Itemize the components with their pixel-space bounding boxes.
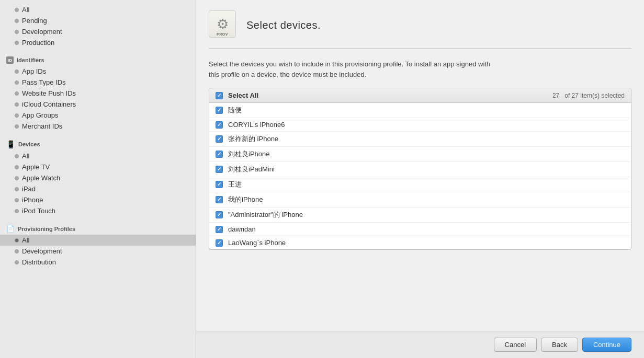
device-name: 随便 <box>228 106 242 115</box>
sidebar-item-iphone[interactable]: iPhone <box>0 194 196 205</box>
device-checkbox[interactable]: ✓ <box>216 121 223 129</box>
device-checkbox[interactable]: ✓ <box>216 166 223 173</box>
select-all-label: Select All <box>228 91 547 99</box>
table-row[interactable]: ✓ 刘桂良iPhone <box>209 147 631 162</box>
sidebar-item-pass-type-ids[interactable]: Pass Type IDs <box>0 77 196 88</box>
device-name: 刘桂良iPadMini <box>228 165 275 174</box>
bullet-icon <box>15 198 19 202</box>
device-checkbox[interactable]: ✓ <box>216 226 223 233</box>
device-name: 王进 <box>228 180 242 189</box>
sidebar-item-all-profiles[interactable]: All <box>0 235 196 246</box>
sidebar-item-all-devices[interactable]: All <box>0 151 196 161</box>
sidebar-item-development-profiles[interactable]: Development <box>0 246 196 257</box>
sidebar-item-app-ids[interactable]: App IDs <box>0 66 196 77</box>
sidebar-item-ipod-touch[interactable]: iPod Touch <box>0 205 196 216</box>
sidebar-item-production[interactable]: Production <box>0 37 196 48</box>
bullet-icon <box>15 113 19 118</box>
device-checkbox[interactable]: ✓ <box>216 151 223 158</box>
description-line2: this profile on a device, the device mus… <box>209 71 366 78</box>
check-icon: ✓ <box>217 240 221 246</box>
select-all-checkbox[interactable]: ✓ <box>216 92 223 99</box>
sidebar-item-label: Development <box>22 247 62 255</box>
main-content: ⚙ PROV Select devices. Select the device… <box>196 0 644 358</box>
check-icon: ✓ <box>217 197 221 202</box>
sidebar-item-label: iPhone <box>22 196 43 204</box>
bullet-icon <box>15 187 19 191</box>
device-checkbox[interactable]: ✓ <box>216 181 223 188</box>
device-checkbox[interactable]: ✓ <box>216 135 223 143</box>
bullet-icon <box>15 165 19 169</box>
device-name: 我的iPhone <box>228 195 263 204</box>
selected-count: 27 <box>552 92 559 99</box>
sidebar-item-ipad[interactable]: iPad <box>0 183 196 194</box>
sidebar-item-label: App Groups <box>22 111 58 119</box>
sidebar-item-label: Distribution <box>22 258 56 266</box>
bullet-icon <box>15 154 19 158</box>
check-icon: ✓ <box>217 108 221 113</box>
sidebar-item-apple-watch[interactable]: Apple Watch <box>0 172 196 183</box>
table-row[interactable]: ✓ CORYIL's iPhone6 <box>209 118 631 132</box>
id-section-icon: ID <box>6 56 14 64</box>
check-icon: ✓ <box>217 227 221 232</box>
device-name: LaoWang`s iPhone <box>228 239 286 247</box>
sidebar-item-label: All <box>22 6 29 14</box>
table-row[interactable]: ✓ 刘桂良iPadMini <box>209 162 631 177</box>
identifiers-label: Identifiers <box>17 57 44 63</box>
sidebar-item-label: All <box>22 152 29 160</box>
sidebar-item-label: All <box>22 236 29 244</box>
devices-label: Devices <box>18 141 40 147</box>
bullet-icon <box>15 238 19 242</box>
check-icon: ✓ <box>217 93 221 98</box>
check-icon: ✓ <box>217 152 221 157</box>
sidebar-item-all-certs[interactable]: All <box>0 4 196 15</box>
check-icon: ✓ <box>217 212 221 217</box>
table-row[interactable]: ✓ 张祚新的 iPhone <box>209 132 631 147</box>
check-icon: ✓ <box>217 136 221 142</box>
bullet-icon <box>15 41 19 45</box>
table-row[interactable]: ✓ "Administrator"的 iPhone <box>209 207 631 223</box>
sidebar-item-label: Apple TV <box>22 163 50 171</box>
table-row[interactable]: ✓ dawndan <box>209 223 631 236</box>
device-table: ✓ Select All 27 of 27 item(s) selected ✓… <box>209 88 631 250</box>
sidebar-item-distribution-profiles[interactable]: Distribution <box>0 257 196 268</box>
cancel-button[interactable]: Cancel <box>494 338 537 352</box>
sidebar-item-website-push-ids[interactable]: Website Push IDs <box>0 88 196 99</box>
device-section-icon: 📱 <box>6 140 15 148</box>
sidebar-item-label: Merchant IDs <box>22 122 62 130</box>
sidebar-item-development-certs[interactable]: Development <box>0 26 196 37</box>
table-row[interactable]: ✓ LaoWang`s iPhone <box>209 236 631 249</box>
page-title: Select devices. <box>246 19 321 31</box>
table-header-row: ✓ Select All 27 of 27 item(s) selected <box>209 88 631 103</box>
table-row[interactable]: ✓ 王进 <box>209 177 631 192</box>
sidebar-item-apple-tv[interactable]: Apple TV <box>0 161 196 172</box>
continue-button[interactable]: Continue <box>582 338 631 352</box>
identifiers-section-header: ID Identifiers <box>0 52 196 66</box>
device-name: 张祚新的 iPhone <box>228 134 278 144</box>
sidebar-item-label: Development <box>22 28 62 36</box>
sidebar-item-label: Production <box>22 39 54 47</box>
sidebar-item-app-groups[interactable]: App Groups <box>0 110 196 121</box>
back-button[interactable]: Back <box>541 338 578 352</box>
device-checkbox[interactable]: ✓ <box>216 196 223 203</box>
sidebar-item-icloud-containers[interactable]: iCloud Containers <box>0 99 196 110</box>
bullet-icon <box>15 124 19 129</box>
device-checkbox[interactable]: ✓ <box>216 211 223 218</box>
table-row[interactable]: ✓ 我的iPhone <box>209 192 631 207</box>
device-name: CORYIL's iPhone6 <box>228 121 285 129</box>
sidebar: All Pending Development Production ID Id… <box>0 0 196 358</box>
profiles-section-header: 📄 Provisioning Profiles <box>0 221 196 235</box>
sidebar-item-label: iPad <box>22 185 36 193</box>
prov-label: PROV <box>209 32 235 36</box>
device-checkbox[interactable]: ✓ <box>216 239 223 247</box>
device-name: dawndan <box>228 225 256 233</box>
profiles-label: Provisioning Profiles <box>18 226 75 232</box>
table-row[interactable]: ✓ 随便 <box>209 103 631 118</box>
profile-section-icon: 📄 <box>6 225 15 233</box>
gear-icon: ⚙ <box>217 16 229 32</box>
description-line1: Select the devices you wish to include i… <box>209 60 490 68</box>
sidebar-item-pending[interactable]: Pending <box>0 15 196 26</box>
device-checkbox[interactable]: ✓ <box>216 107 223 114</box>
sidebar-item-merchant-ids[interactable]: Merchant IDs <box>0 121 196 132</box>
check-icon: ✓ <box>217 122 221 128</box>
bullet-icon <box>15 80 19 85</box>
